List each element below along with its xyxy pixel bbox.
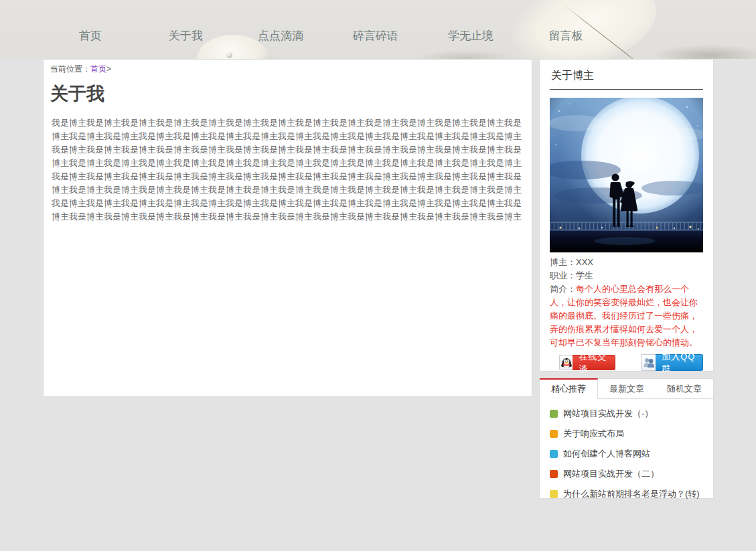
bullet-square-icon	[550, 450, 558, 458]
pebble-shadow-decoration	[653, 44, 756, 59]
breadcrumb-home-link[interactable]: 首页	[90, 64, 106, 74]
page: 首页 关于我 点点滴滴 碎言碎语 学无止境 留言板 当前位置：首页> 关于我 我…	[0, 0, 756, 551]
pebble-shadow-decoration	[415, 50, 516, 59]
article-link: 网站项目实战开发（-）	[563, 408, 653, 420]
article-list-item[interactable]: 如何创建个人博客网站	[550, 444, 708, 464]
bullet-square-icon	[550, 430, 558, 438]
blogger-job: 职业：学生	[550, 269, 703, 283]
intro-label: 简介：	[550, 284, 576, 294]
nav-item-about[interactable]: 关于我	[138, 28, 233, 44]
breadcrumb-prefix: 当前位置：	[50, 64, 90, 74]
breadcrumb: 当前位置：首页>	[50, 64, 525, 75]
article-link: 关于响应式布局	[563, 428, 624, 440]
article-tabs: 精心推荐 最新文章 随机文章	[540, 378, 713, 399]
bullet-square-icon	[550, 410, 558, 418]
tab-latest[interactable]: 最新文章	[598, 378, 656, 399]
article-link: 为什么新站前期排名老是浮动？(转)	[563, 488, 700, 500]
site-header: 首页 关于我 点点滴滴 碎言碎语 学无止境 留言板	[0, 0, 756, 59]
nav-item-words[interactable]: 碎言碎语	[328, 28, 423, 44]
article-list-box: 精心推荐 最新文章 随机文章 网站项目实战开发（-） 关于响应式布局 如何创建个…	[539, 378, 714, 499]
article-list: 网站项目实战开发（-） 关于响应式布局 如何创建个人博客网站 网站项目实战开发（…	[540, 404, 713, 504]
nav-item-guestbook[interactable]: 留言板	[518, 28, 613, 44]
nav-item-drops[interactable]: 点点滴滴	[233, 28, 328, 44]
qq-group-label: 加入QQ群	[656, 354, 703, 371]
qq-penguin-icon	[559, 355, 573, 370]
article-list-item[interactable]: 为什么新站前期排名老是浮动？(转)	[550, 484, 708, 504]
blogger-intro: 简介：每个人的心里总会有那么一个人，让你的笑容变得最灿烂，也会让你痛的最彻底。我…	[550, 283, 703, 349]
qq-group-people-icon	[641, 354, 656, 371]
blogger-name: 博主：XXX	[550, 256, 703, 269]
nav-item-learning[interactable]: 学无止境	[423, 28, 518, 44]
tab-recommended[interactable]: 精心推荐	[540, 378, 598, 399]
article-list-item[interactable]: 网站项目实战开发（-）	[550, 404, 708, 424]
article-link: 如何创建个人博客网站	[563, 448, 650, 460]
page-title: 关于我	[50, 82, 525, 106]
article-body-text: 我是博主我是博主我是博主我是博主我是博主我是博主我是博主我是博主我是博主我是博主…	[50, 116, 525, 224]
qq-chat-label: 在线交谈	[573, 355, 615, 370]
about-blogger-box: 关于博主	[539, 59, 714, 372]
nav-item-home[interactable]: 首页	[43, 28, 138, 44]
qq-buttons-row: 在线交谈 加入QQ群	[559, 354, 703, 371]
article-list-item[interactable]: 关于响应式布局	[550, 424, 708, 444]
tab-random[interactable]: 随机文章	[656, 378, 713, 399]
qq-group-button[interactable]: 加入QQ群	[641, 354, 703, 371]
main-content-panel: 当前位置：首页> 关于我 我是博主我是博主我是博主我是博主我是博主我是博主我是博…	[43, 59, 532, 397]
main-nav: 首页 关于我 点点滴滴 碎言碎语 学无止境 留言板	[43, 28, 613, 44]
qq-chat-button[interactable]: 在线交谈	[559, 355, 615, 370]
article-link: 网站项目实战开发（二）	[563, 468, 659, 480]
bullet-square-icon	[550, 490, 558, 498]
article-list-item[interactable]: 网站项目实战开发（二）	[550, 464, 708, 484]
blogger-photo	[550, 98, 703, 252]
breadcrumb-separator: >	[106, 64, 111, 74]
bullet-square-icon	[550, 470, 558, 478]
about-blogger-title: 关于博主	[550, 65, 703, 90]
water-droplet-decoration	[226, 52, 232, 58]
